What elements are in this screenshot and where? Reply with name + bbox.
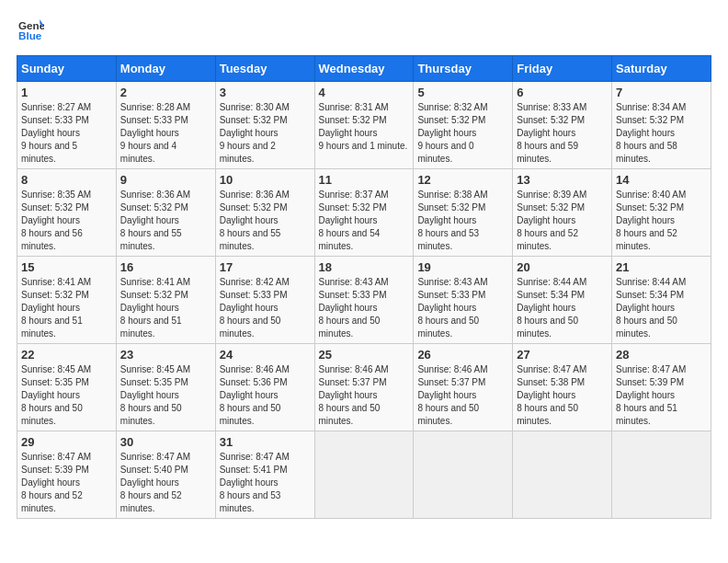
- day-number: 25: [319, 348, 410, 362]
- table-row: 2 Sunrise: 8:28 AM Sunset: 5:33 PM Dayli…: [116, 82, 215, 169]
- col-header-thursday: Thursday: [414, 56, 513, 82]
- table-row: 28 Sunrise: 8:47 AM Sunset: 5:39 PM Dayl…: [612, 344, 711, 431]
- table-row: 23 Sunrise: 8:45 AM Sunset: 5:35 PM Dayl…: [116, 344, 215, 431]
- day-number: 21: [616, 260, 707, 274]
- table-row: 27 Sunrise: 8:47 AM Sunset: 5:38 PM Dayl…: [513, 344, 612, 431]
- day-info: Sunrise: 8:33 AM Sunset: 5:32 PM Dayligh…: [517, 102, 586, 164]
- table-row: [513, 431, 612, 519]
- table-row: 20 Sunrise: 8:44 AM Sunset: 5:34 PM Dayl…: [513, 257, 612, 344]
- logo: General Blue: [17, 17, 44, 46]
- table-row: 24 Sunrise: 8:46 AM Sunset: 5:36 PM Dayl…: [215, 344, 314, 431]
- day-number: 13: [517, 173, 608, 187]
- day-info: Sunrise: 8:46 AM Sunset: 5:37 PM Dayligh…: [319, 364, 389, 426]
- col-header-monday: Monday: [116, 56, 215, 82]
- day-number: 26: [417, 348, 508, 362]
- table-row: 7 Sunrise: 8:34 AM Sunset: 5:32 PM Dayli…: [612, 82, 711, 169]
- day-number: 15: [21, 260, 112, 274]
- col-header-sunday: Sunday: [17, 56, 117, 82]
- day-info: Sunrise: 8:40 AM Sunset: 5:32 PM Dayligh…: [616, 190, 686, 251]
- day-info: Sunrise: 8:44 AM Sunset: 5:34 PM Dayligh…: [616, 277, 686, 339]
- day-info: Sunrise: 8:34 AM Sunset: 5:32 PM Dayligh…: [616, 102, 686, 164]
- table-row: 14 Sunrise: 8:40 AM Sunset: 5:32 PM Dayl…: [612, 169, 711, 257]
- day-number: 20: [517, 260, 608, 274]
- table-row: 11 Sunrise: 8:37 AM Sunset: 5:32 PM Dayl…: [314, 169, 414, 257]
- day-info: Sunrise: 8:36 AM Sunset: 5:32 PM Dayligh…: [120, 190, 190, 251]
- day-number: 4: [319, 86, 410, 99]
- table-row: 3 Sunrise: 8:30 AM Sunset: 5:32 PM Dayli…: [215, 82, 314, 169]
- col-header-tuesday: Tuesday: [215, 56, 314, 82]
- day-info: Sunrise: 8:47 AM Sunset: 5:39 PM Dayligh…: [616, 364, 686, 426]
- calendar-header-row: SundayMondayTuesdayWednesdayThursdayFrid…: [17, 56, 711, 82]
- day-number: 6: [517, 86, 608, 99]
- table-row: 10 Sunrise: 8:36 AM Sunset: 5:32 PM Dayl…: [215, 169, 314, 257]
- table-row: 19 Sunrise: 8:43 AM Sunset: 5:33 PM Dayl…: [414, 257, 513, 344]
- table-row: 12 Sunrise: 8:38 AM Sunset: 5:32 PM Dayl…: [414, 169, 513, 257]
- svg-text:Blue: Blue: [18, 29, 42, 41]
- day-number: 3: [220, 86, 311, 99]
- day-number: 28: [616, 348, 707, 362]
- calendar: SundayMondayTuesdayWednesdayThursdayFrid…: [17, 55, 711, 519]
- day-number: 22: [21, 348, 112, 362]
- page: General Blue SundayMondayTuesdayWednesda…: [0, 0, 728, 563]
- day-number: 24: [220, 348, 311, 362]
- table-row: [612, 431, 711, 519]
- day-info: Sunrise: 8:37 AM Sunset: 5:32 PM Dayligh…: [319, 190, 389, 251]
- day-number: 23: [120, 348, 211, 362]
- day-info: Sunrise: 8:45 AM Sunset: 5:35 PM Dayligh…: [120, 364, 190, 426]
- day-number: 12: [417, 173, 508, 187]
- day-info: Sunrise: 8:42 AM Sunset: 5:33 PM Dayligh…: [220, 277, 290, 339]
- day-number: 17: [220, 260, 311, 274]
- day-number: 29: [21, 435, 112, 449]
- table-row: 17 Sunrise: 8:42 AM Sunset: 5:33 PM Dayl…: [215, 257, 314, 344]
- day-info: Sunrise: 8:43 AM Sunset: 5:33 PM Dayligh…: [319, 277, 389, 339]
- day-info: Sunrise: 8:31 AM Sunset: 5:32 PM Dayligh…: [319, 102, 408, 151]
- day-info: Sunrise: 8:28 AM Sunset: 5:33 PM Dayligh…: [120, 102, 190, 164]
- day-info: Sunrise: 8:35 AM Sunset: 5:32 PM Dayligh…: [21, 190, 91, 251]
- calendar-row-3: 15 Sunrise: 8:41 AM Sunset: 5:32 PM Dayl…: [17, 257, 711, 344]
- col-header-friday: Friday: [513, 56, 612, 82]
- table-row: 6 Sunrise: 8:33 AM Sunset: 5:32 PM Dayli…: [513, 82, 612, 169]
- table-row: 4 Sunrise: 8:31 AM Sunset: 5:32 PM Dayli…: [314, 82, 414, 169]
- day-number: 27: [517, 348, 608, 362]
- table-row: 5 Sunrise: 8:32 AM Sunset: 5:32 PM Dayli…: [414, 82, 513, 169]
- day-number: 19: [417, 260, 508, 274]
- day-info: Sunrise: 8:36 AM Sunset: 5:32 PM Dayligh…: [220, 190, 290, 251]
- day-info: Sunrise: 8:47 AM Sunset: 5:39 PM Dayligh…: [21, 452, 91, 513]
- day-number: 7: [616, 86, 707, 99]
- calendar-row-5: 29 Sunrise: 8:47 AM Sunset: 5:39 PM Dayl…: [17, 431, 711, 519]
- table-row: 25 Sunrise: 8:46 AM Sunset: 5:37 PM Dayl…: [314, 344, 414, 431]
- day-number: 8: [21, 173, 112, 187]
- day-number: 31: [220, 435, 311, 449]
- day-info: Sunrise: 8:46 AM Sunset: 5:37 PM Dayligh…: [417, 364, 487, 426]
- day-number: 1: [21, 86, 112, 99]
- day-number: 11: [319, 173, 410, 187]
- day-number: 2: [120, 86, 211, 99]
- table-row: 15 Sunrise: 8:41 AM Sunset: 5:32 PM Dayl…: [17, 257, 117, 344]
- col-header-wednesday: Wednesday: [314, 56, 414, 82]
- day-info: Sunrise: 8:43 AM Sunset: 5:33 PM Dayligh…: [417, 277, 487, 339]
- day-number: 9: [120, 173, 211, 187]
- table-row: 29 Sunrise: 8:47 AM Sunset: 5:39 PM Dayl…: [17, 431, 117, 519]
- day-info: Sunrise: 8:32 AM Sunset: 5:32 PM Dayligh…: [417, 102, 487, 164]
- day-info: Sunrise: 8:41 AM Sunset: 5:32 PM Dayligh…: [21, 277, 91, 339]
- day-info: Sunrise: 8:46 AM Sunset: 5:36 PM Dayligh…: [220, 364, 290, 426]
- table-row: 22 Sunrise: 8:45 AM Sunset: 5:35 PM Dayl…: [17, 344, 117, 431]
- day-info: Sunrise: 8:47 AM Sunset: 5:41 PM Dayligh…: [220, 452, 290, 513]
- day-number: 10: [220, 173, 311, 187]
- table-row: [414, 431, 513, 519]
- day-number: 5: [417, 86, 508, 99]
- day-info: Sunrise: 8:44 AM Sunset: 5:34 PM Dayligh…: [517, 277, 586, 339]
- calendar-row-2: 8 Sunrise: 8:35 AM Sunset: 5:32 PM Dayli…: [17, 169, 711, 257]
- day-info: Sunrise: 8:39 AM Sunset: 5:32 PM Dayligh…: [517, 190, 586, 251]
- day-number: 16: [120, 260, 211, 274]
- calendar-row-4: 22 Sunrise: 8:45 AM Sunset: 5:35 PM Dayl…: [17, 344, 711, 431]
- day-info: Sunrise: 8:47 AM Sunset: 5:38 PM Dayligh…: [517, 364, 586, 426]
- col-header-saturday: Saturday: [612, 56, 711, 82]
- header: General Blue: [17, 17, 711, 46]
- table-row: 21 Sunrise: 8:44 AM Sunset: 5:34 PM Dayl…: [612, 257, 711, 344]
- day-info: Sunrise: 8:45 AM Sunset: 5:35 PM Dayligh…: [21, 364, 91, 426]
- day-info: Sunrise: 8:47 AM Sunset: 5:40 PM Dayligh…: [120, 452, 190, 513]
- table-row: [314, 431, 414, 519]
- table-row: 1 Sunrise: 8:27 AM Sunset: 5:33 PM Dayli…: [17, 82, 117, 169]
- day-info: Sunrise: 8:38 AM Sunset: 5:32 PM Dayligh…: [417, 190, 487, 251]
